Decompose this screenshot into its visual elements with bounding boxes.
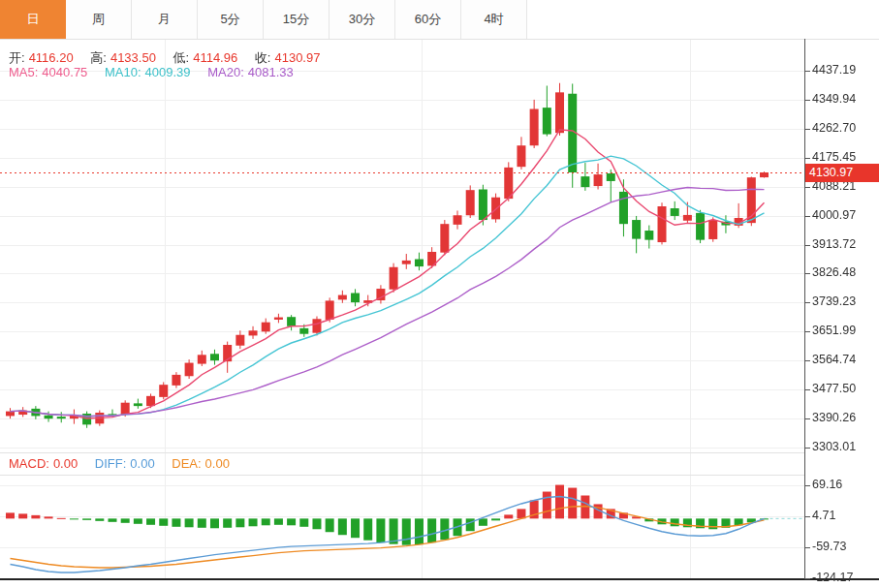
y-axis-label: 3739.23 xyxy=(812,294,856,308)
y-axis-label: 3303.01 xyxy=(812,440,856,453)
ma20-label: MA20: xyxy=(207,65,244,79)
dea-label: DEA: xyxy=(172,456,201,471)
y-axis-label: 3477.50 xyxy=(812,382,856,395)
y-axis-label: 3651.99 xyxy=(812,324,856,337)
macd-label: MACD: xyxy=(9,456,49,471)
ma5-label: MA5: xyxy=(9,65,38,79)
y-axis-label: 3913.72 xyxy=(812,237,856,251)
y-axis-label: 4437.19 xyxy=(812,63,856,77)
candlestick-chart-canvas[interactable] xyxy=(0,0,879,588)
ma5-value: 4040.75 xyxy=(42,65,87,79)
y-axis-label: 4262.70 xyxy=(812,121,856,135)
axis-tick xyxy=(804,216,810,217)
ma10-value: 4009.39 xyxy=(145,65,191,79)
last-price-badge: 4130.97 xyxy=(805,164,879,182)
diff-value: 0.00 xyxy=(130,456,154,471)
macd-value: 0.00 xyxy=(53,456,78,471)
axis-tick xyxy=(804,187,810,188)
y-axis-label: 3564.74 xyxy=(812,353,856,366)
axis-tick xyxy=(804,547,810,548)
y-axis-label: 3826.48 xyxy=(812,265,856,279)
ma20-value: 4081.33 xyxy=(248,65,294,79)
ma10-label: MA10: xyxy=(105,65,141,79)
axis-tick xyxy=(804,71,810,72)
axis-tick xyxy=(804,389,810,390)
dea-value: 0.00 xyxy=(205,456,230,471)
low-value: 4114.96 xyxy=(193,50,237,65)
high-label: 高: xyxy=(90,50,107,65)
y-axis-label: 4.71 xyxy=(812,509,835,522)
axis-tick xyxy=(804,578,810,579)
y-axis-label: 3390.26 xyxy=(812,411,856,424)
axis-tick xyxy=(804,245,810,246)
y-axis-label: -59.73 xyxy=(812,540,846,553)
high-value: 4133.50 xyxy=(110,50,156,65)
axis-tick xyxy=(804,100,810,101)
axis-tick xyxy=(804,273,810,274)
axis-tick xyxy=(804,302,810,303)
macd-readout: MACD:0.00 DIFF:0.00 DEA:0.00 xyxy=(9,456,234,471)
diff-label: DIFF: xyxy=(95,456,127,471)
axis-tick xyxy=(804,516,810,517)
axis-tick xyxy=(804,485,810,486)
chart-bottom-border xyxy=(0,578,879,580)
axis-tick xyxy=(804,418,810,419)
close-label: 收: xyxy=(255,50,271,65)
axis-tick xyxy=(804,360,810,361)
ma-readout: MA5:4040.75 MA10:4009.39 MA20:4081.33 xyxy=(9,65,298,79)
price-axis-line xyxy=(804,39,805,579)
y-axis-label: 4349.94 xyxy=(812,92,856,106)
close-value: 4130.97 xyxy=(274,50,320,65)
axis-tick xyxy=(804,331,810,332)
axis-tick xyxy=(804,158,810,159)
trading-chart-app: 日 周 月 5分 15分 30分 60分 4时 开:4116.20 高:4133… xyxy=(0,0,879,588)
low-label: 低: xyxy=(173,50,190,65)
y-axis-label: 4175.45 xyxy=(812,150,856,164)
y-axis-label: 4000.97 xyxy=(812,208,856,222)
open-value: 4116.20 xyxy=(29,50,74,65)
y-axis-label: -124.17 xyxy=(812,571,853,584)
axis-tick xyxy=(804,448,810,449)
y-axis-label: 69.16 xyxy=(812,478,842,491)
axis-tick xyxy=(804,129,810,130)
open-label: 开: xyxy=(9,50,25,65)
